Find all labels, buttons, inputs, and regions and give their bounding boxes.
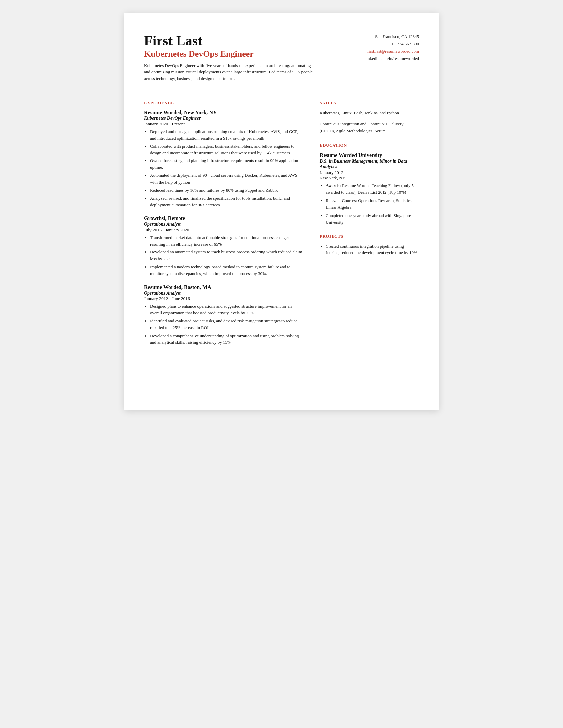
exp-company-name: Growthsi [144,215,165,221]
edu-bullet-item: Relevant Courses: Operations Research, S… [326,197,419,210]
contact-phone: +1 234 567-890 [346,40,419,48]
education-section-title: EDUCATION [320,143,419,148]
edu-bullet-label: Awards: [326,183,341,188]
exp-bullet-item: Analyzed, revised, and finalized the spe… [150,195,303,208]
experience-item: Growthsi, RemoteOperations AnalystJuly 2… [144,215,303,277]
experience-list: Resume Worded, New York, NYKubernetes De… [144,110,303,346]
experience-item: Resume Worded, Boston, MAOperations Anal… [144,284,303,346]
exp-company-line: Resume Worded, New York, NY [144,110,303,115]
projects-section-title: PROJECTS [320,234,419,239]
exp-company-line: Growthsi, Remote [144,215,303,221]
exp-bullets: Deployed and managed applications runnin… [150,128,303,208]
edu-school: Resume Worded University [320,152,419,158]
edu-dates: January 2012 [320,170,419,175]
exp-bullet-item: Collaborated with product managers, busi… [150,143,303,156]
exp-bullet-item: Reduced lead times by 16% and failures b… [150,187,303,194]
exp-bullet-item: Developed a comprehensive understanding … [150,333,303,346]
exp-company-line: Resume Worded, Boston, MA [144,284,303,290]
right-column: SKILLS Kubernetes, Linux, Bash, Jenkins,… [320,92,419,353]
exp-bullets: Designed plans to enhance operations and… [150,303,303,346]
exp-bullet-item: Implemented a modern technology-based me… [150,264,303,277]
exp-dates: January 2020 - Present [144,121,303,127]
exp-bullet-item: Owned forecasting and planning infrastru… [150,158,303,171]
exp-bullet-item: Developed an automated system to track b… [150,249,303,262]
edu-bullets: Awards: Resume Worded Teaching Fellow (o… [326,182,419,226]
exp-dates: July 2016 - January 2020 [144,227,303,233]
edu-bullet-text: Completed one-year study abroad with Sin… [326,213,411,225]
education-item: Resume Worded UniversityB.S. in Business… [320,152,419,226]
two-col-layout: EXPERIENCE Resume Worded, New York, NYKu… [144,92,419,353]
project-item: Created continuous integration pipeline … [326,243,419,256]
edu-bullet-item: Completed one-year study abroad with Sin… [326,212,419,226]
education-list: Resume Worded UniversityB.S. in Business… [320,152,419,226]
contact-linkedin: linkedin.com/in/resumeworded [346,55,419,62]
exp-dates: January 2012 - June 2016 [144,296,303,301]
email-link[interactable]: first.last@resumeworded.com [367,49,419,54]
skills-list: Kubernetes, Linux, Bash, Jenkins, and Py… [320,110,419,135]
exp-company-name: Resume Worded [144,284,181,290]
skills-item: Kubernetes, Linux, Bash, Jenkins, and Py… [320,110,419,116]
exp-company-name: Resume Worded [144,110,181,115]
exp-role: Kubernetes DevOps Engineer [144,116,303,121]
skills-section-title: SKILLS [320,100,419,106]
experience-section-title: EXPERIENCE [144,100,303,106]
exp-bullet-item: Automated the deployment of 90+ cloud se… [150,172,303,185]
exp-role: Operations Analyst [144,222,303,227]
candidate-name: First Last [144,33,316,48]
exp-bullet-item: Transformed market data into actionable … [150,234,303,248]
edu-bullet-text: Relevant Courses: Operations Research, S… [326,198,413,209]
candidate-title: Kubernetes DevOps Engineer [144,49,316,59]
exp-role: Operations Analyst [144,291,303,296]
left-column: EXPERIENCE Resume Worded, New York, NYKu… [144,92,303,353]
contact-email[interactable]: first.last@resumeworded.com [346,48,419,55]
projects-list: Created continuous integration pipeline … [326,243,419,256]
contact-location: San Francisco, CA 12345 [346,33,419,40]
edu-location: New York, NY [320,175,419,181]
exp-bullet-item: Deployed and managed applications runnin… [150,128,303,142]
candidate-summary: Kubernetes DevOps Engineer with five yea… [144,62,316,82]
edu-bullet-item: Awards: Resume Worded Teaching Fellow (o… [326,182,419,196]
experience-item: Resume Worded, New York, NYKubernetes De… [144,110,303,208]
header-left: First Last Kubernetes DevOps Engineer Ku… [144,33,316,82]
header: First Last Kubernetes DevOps Engineer Ku… [144,33,419,82]
exp-bullet-item: Identified and evaluated project risks, … [150,318,303,331]
exp-bullets: Transformed market data into actionable … [150,234,303,277]
edu-degree: B.S. in Business Management, Minor in Da… [320,159,419,169]
resume-page: First Last Kubernetes DevOps Engineer Ku… [124,13,439,410]
skills-item: Continuous integration and Continuous De… [320,121,419,135]
exp-bullet-item: Designed plans to enhance operations and… [150,303,303,316]
header-right: San Francisco, CA 12345 +1 234 567-890 f… [346,33,419,82]
